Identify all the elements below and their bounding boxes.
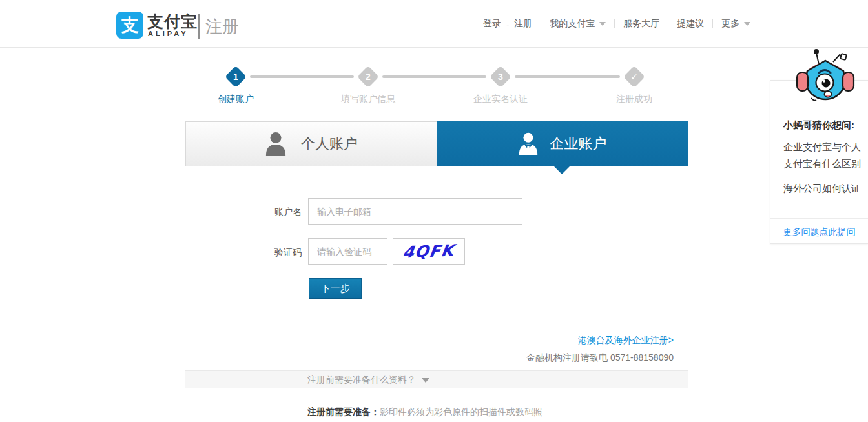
captcha-code-text: 4QFK bbox=[402, 241, 456, 262]
captcha-label: 验证码 bbox=[246, 247, 302, 259]
person-icon bbox=[265, 131, 287, 157]
step-2-number: 2 bbox=[360, 69, 376, 85]
tab-enterprise-label: 企业账户 bbox=[550, 134, 607, 154]
step-1-marker: 1 bbox=[225, 66, 247, 88]
captcha-image[interactable]: 4QFK bbox=[393, 238, 465, 265]
nav-suggestions[interactable]: 提建议 bbox=[677, 18, 704, 30]
nav-login[interactable]: 登录 bbox=[483, 18, 501, 30]
prep-caret-down-icon bbox=[422, 378, 429, 383]
active-tab-pointer bbox=[554, 166, 570, 174]
step-3-label: 企业实名认证 bbox=[455, 94, 546, 105]
help-question-1[interactable]: 企业支付宝与个人支付宝有什么区别 bbox=[783, 139, 861, 172]
step-4-label: 注册成功 bbox=[589, 94, 679, 105]
header: 支 支付宝 ALIPAY 注册 登录 - 注册 我的支付宝 服务大厅 提建议 更… bbox=[0, 0, 868, 48]
step-4-check-glyph: ✓ bbox=[626, 69, 642, 85]
help-card-divider bbox=[770, 218, 868, 219]
nav-register[interactable]: 注册 bbox=[514, 18, 532, 30]
tab-personal-label: 个人账户 bbox=[301, 134, 358, 154]
help-card: 小蚂哥猜你想问: 企业支付宝与个人支付宝有什么区别 海外公司如何认证 更多问题点… bbox=[770, 80, 868, 244]
step-3-marker: 3 bbox=[490, 66, 512, 88]
nav-my-alipay[interactable]: 我的支付宝 bbox=[550, 18, 595, 30]
step-3-number: 3 bbox=[493, 69, 508, 85]
step-connector bbox=[250, 75, 354, 78]
tab-personal-account[interactable]: 个人账户 bbox=[185, 121, 437, 166]
step-4-check-icon: ✓ bbox=[623, 66, 645, 88]
captcha-input[interactable] bbox=[308, 238, 388, 265]
page-title: 注册 bbox=[205, 15, 239, 38]
business-person-icon bbox=[518, 131, 539, 157]
registration-page: 支 支付宝 ALIPAY 注册 登录 - 注册 我的支付宝 服务大厅 提建议 更… bbox=[0, 0, 868, 422]
logo-divider bbox=[198, 14, 200, 39]
overseas-register-link[interactable]: 港澳台及海外企业注册> bbox=[578, 335, 674, 347]
nav-separator bbox=[541, 19, 541, 28]
help-question-2[interactable]: 海外公司如何认证 bbox=[783, 183, 864, 195]
brand-name-en: ALIPAY bbox=[148, 30, 189, 37]
more-caret-down-icon[interactable] bbox=[744, 22, 750, 26]
tab-enterprise-account[interactable]: 企业账户 bbox=[437, 121, 688, 166]
step-2-label: 填写账户信息 bbox=[323, 94, 413, 105]
nav-separator bbox=[668, 19, 668, 28]
nav-dash: - bbox=[506, 19, 509, 29]
prep-question-text: 注册前需要准备什么资料？ bbox=[307, 374, 416, 385]
logo-glyph: 支 bbox=[121, 15, 139, 35]
nav-separator bbox=[614, 19, 615, 28]
step-connector bbox=[515, 75, 620, 78]
top-nav: 登录 - 注册 我的支付宝 服务大厅 提建议 更多 bbox=[483, 0, 750, 48]
alipay-logo-icon[interactable]: 支 bbox=[116, 12, 143, 39]
account-email-input[interactable] bbox=[308, 198, 522, 225]
finance-institution-note: 金融机构注册请致电 0571-88158090 bbox=[526, 352, 674, 364]
nav-more[interactable]: 更多 bbox=[721, 18, 739, 30]
robot-ant-mascot-icon bbox=[794, 46, 856, 103]
nav-service-hall[interactable]: 服务大厅 bbox=[623, 18, 659, 30]
step-2-marker: 2 bbox=[357, 66, 379, 88]
prep-materials-toggle[interactable]: 注册前需要准备什么资料？ bbox=[185, 370, 688, 388]
help-card-title: 小蚂哥猜你想问: bbox=[783, 119, 854, 132]
more-questions-link[interactable]: 更多问题点此提问 bbox=[770, 226, 868, 238]
prep-note-text: 影印件必须为彩色原件的扫描件或数码照 bbox=[380, 407, 542, 417]
account-name-label: 账户名 bbox=[246, 206, 302, 218]
next-step-button[interactable]: 下一步 bbox=[309, 278, 362, 299]
step-1-label: 创建账户 bbox=[191, 94, 281, 105]
my-alipay-caret-down-icon[interactable] bbox=[599, 22, 606, 26]
prep-note: 注册前需要准备：影印件必须为彩色原件的扫描件或数码照 bbox=[307, 407, 542, 418]
step-connector bbox=[382, 75, 486, 78]
nav-separator bbox=[712, 19, 713, 28]
step-1-number: 1 bbox=[228, 69, 243, 85]
prep-note-label: 注册前需要准备： bbox=[307, 407, 380, 417]
